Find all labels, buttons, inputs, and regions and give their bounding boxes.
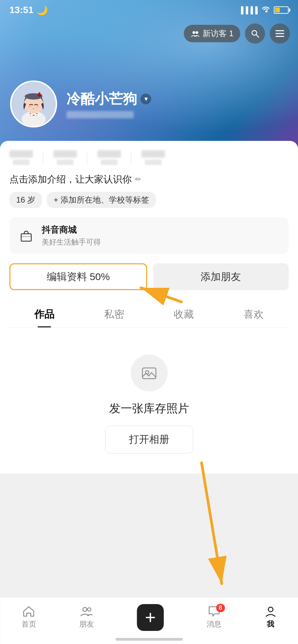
profile-header: 13:51 🌙 ▐▐▐▐ (0, 0, 298, 148)
status-icons: ▐▐▐▐ (239, 5, 289, 15)
svg-point-27 (83, 607, 87, 611)
svg-point-16 (28, 105, 32, 108)
bio-row[interactable]: 点击添加介绍，让大家认识你 ✏ (9, 173, 289, 186)
messages-badge: 8 (216, 604, 225, 612)
shop-card[interactable]: 抖音商城 美好生活触手可得 (9, 217, 289, 254)
tab-favorites[interactable]: 收藏 (149, 300, 219, 327)
empty-icon-circle (131, 355, 168, 391)
stat-label-blur-1 (13, 160, 30, 165)
add-friend-label: 添加朋友 (201, 270, 241, 284)
stat-divider-1 (43, 151, 43, 164)
svg-point-28 (88, 608, 91, 611)
edit-profile-button[interactable]: 编辑资料 50% (9, 263, 147, 290)
stat-following[interactable] (9, 150, 33, 165)
tab-works-label: 作品 (34, 309, 54, 320)
search-button[interactable] (245, 23, 265, 44)
profile-id-blurred (67, 111, 134, 118)
dropdown-arrow[interactable]: ▾ (140, 94, 151, 104)
profile-info-row: 冷酷小芒狗 ▾ (10, 80, 151, 127)
stat-label-blur-4 (145, 160, 162, 165)
nav-messages[interactable]: 8 消息 (207, 606, 221, 629)
tab-favorites-label: 收藏 (174, 309, 194, 320)
svg-rect-23 (142, 368, 156, 379)
age-tag-text: 16 岁 (16, 195, 35, 204)
stat-label-blur-3 (101, 160, 118, 165)
time-display: 13:51 (9, 5, 34, 15)
svg-point-0 (193, 31, 195, 34)
svg-point-17 (36, 105, 39, 108)
stat-num-blur-2 (53, 150, 77, 158)
tab-likes-label: 喜欢 (244, 309, 264, 320)
menu-button[interactable] (270, 23, 290, 44)
svg-rect-5 (275, 33, 284, 34)
nav-add-button[interactable] (137, 604, 164, 631)
bio-text: 点击添加介绍，让大家认识你 (9, 173, 132, 186)
shop-icon (17, 227, 35, 245)
shop-desc: 美好生活触手可得 (42, 237, 101, 247)
stats-row (9, 150, 289, 165)
svg-rect-21 (21, 234, 31, 241)
stat-likes[interactable] (97, 150, 121, 165)
svg-point-1 (196, 31, 198, 34)
edit-bio-icon[interactable]: ✏ (135, 175, 141, 184)
edit-profile-label: 编辑资料 50% (47, 270, 110, 284)
shop-text: 抖音商城 美好生活触手可得 (42, 224, 101, 247)
nav-home-label: 首页 (22, 619, 36, 629)
profile-name-block: 冷酷小芒狗 ▾ (67, 90, 151, 118)
tabs-row: 作品 私密 收藏 喜欢 (9, 300, 289, 328)
stat-followers[interactable] (53, 150, 77, 165)
status-bar: 13:51 🌙 ▐▐▐▐ (0, 0, 298, 20)
visitor-label: 新访客 1 (203, 28, 233, 39)
add-friend-button[interactable]: 添加朋友 (153, 263, 289, 290)
tab-works[interactable]: 作品 (9, 300, 79, 327)
tab-private[interactable]: 私密 (79, 300, 149, 327)
moon-icon: 🌙 (36, 5, 48, 16)
nav-friends-label: 朋友 (79, 619, 94, 629)
stat-num-blur-4 (141, 150, 165, 158)
stat-extra[interactable] (141, 150, 165, 165)
tab-private-label: 私密 (104, 309, 124, 320)
bottom-nav: 首页 朋友 8 消息 我 (0, 597, 298, 644)
svg-rect-4 (275, 30, 284, 31)
svg-line-3 (256, 35, 259, 38)
svg-point-31 (268, 607, 273, 612)
svg-point-20 (40, 94, 42, 96)
profile-username: 冷酷小芒狗 ▾ (67, 90, 151, 108)
nav-me[interactable]: 我 (264, 606, 276, 629)
empty-text: 发一张库存照片 (109, 401, 189, 416)
add-tag-label: + 添加所在地、学校等标签 (53, 195, 149, 205)
stat-num-blur-1 (9, 150, 33, 158)
main-content: 点击添加介绍，让大家认识你 ✏ 16 岁 + 添加所在地、学校等标签 抖音商城 … (0, 141, 298, 474)
svg-rect-6 (275, 36, 284, 37)
open-album-button[interactable]: 打开相册 (105, 426, 193, 453)
nav-plus-icon[interactable] (137, 604, 164, 631)
avatar[interactable] (10, 80, 57, 127)
svg-rect-15 (30, 94, 38, 97)
status-time: 13:51 🌙 (9, 5, 48, 16)
svg-point-19 (38, 93, 41, 95)
empty-state: 发一张库存照片 打开相册 (9, 328, 289, 474)
nav-messages-label: 消息 (207, 619, 221, 629)
tab-likes[interactable]: 喜欢 (219, 300, 289, 327)
age-tag: 16 岁 (9, 192, 42, 208)
action-buttons: 编辑资料 50% 添加朋友 (9, 263, 289, 290)
stat-divider-2 (87, 151, 87, 164)
add-tag-button[interactable]: + 添加所在地、学校等标签 (47, 192, 156, 208)
stat-num-blur-3 (97, 150, 121, 158)
wifi-icon (261, 5, 270, 15)
nav-home[interactable]: 首页 (22, 606, 36, 629)
battery-fill (275, 8, 280, 12)
svg-rect-30 (145, 617, 155, 618)
open-album-label: 打开相册 (129, 434, 169, 445)
home-indicator (116, 638, 183, 641)
stat-divider-3 (131, 151, 131, 164)
stat-label-blur-2 (57, 160, 74, 165)
username-text: 冷酷小芒狗 (67, 90, 137, 108)
shop-name: 抖音商城 (42, 224, 101, 236)
visitor-button[interactable]: 新访客 1 (184, 25, 240, 42)
nav-me-label: 我 (267, 619, 274, 629)
battery-icon (274, 6, 289, 14)
header-actions: 新访客 1 (184, 23, 290, 44)
nav-friends[interactable]: 朋友 (79, 606, 94, 629)
tags-row: 16 岁 + 添加所在地、学校等标签 (9, 192, 289, 208)
